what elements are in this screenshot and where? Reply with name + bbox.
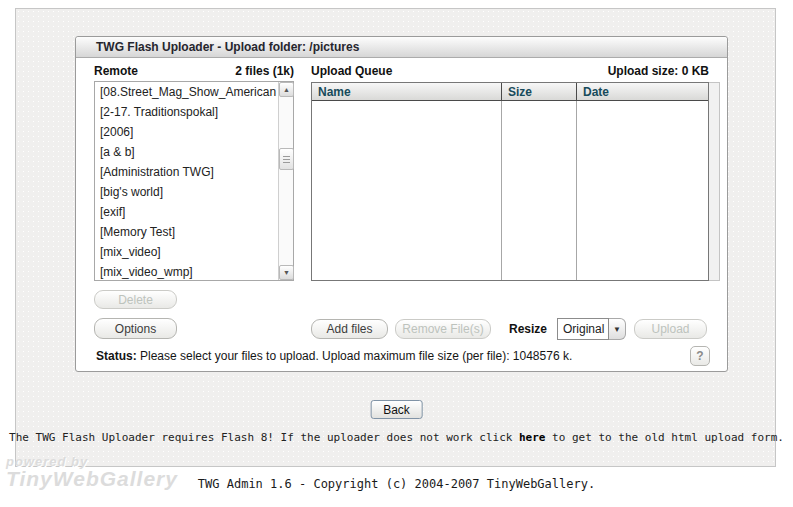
- folder-list-items: [08.Street_Mag_Show_American [2-17. Trad…: [95, 82, 278, 280]
- notice-text-before: The TWG Flash Uploader requires Flash 8!…: [9, 431, 519, 444]
- scroll-down-icon[interactable]: ▼: [279, 265, 294, 280]
- uploader-dialog: TWG Flash Uploader - Upload folder: /pic…: [75, 36, 728, 372]
- upload-button[interactable]: Upload: [634, 319, 707, 339]
- back-button[interactable]: Back: [370, 400, 423, 419]
- folder-item[interactable]: [08.Street_Mag_Show_American: [95, 82, 278, 102]
- page: TWG Flash Uploader - Upload folder: /pic…: [0, 0, 793, 507]
- queue-header-row: Upload Queue Upload size: 0 KB: [311, 64, 709, 78]
- options-button[interactable]: Options: [94, 318, 177, 339]
- resize-dropdown-value[interactable]: Original: [557, 318, 609, 340]
- old-form-link[interactable]: here: [519, 431, 546, 444]
- scrollbar-thumb[interactable]: [279, 148, 294, 170]
- chevron-down-icon[interactable]: ▼: [609, 318, 626, 340]
- remote-label: Remote: [94, 64, 138, 78]
- scrollbar-grip-icon: [283, 156, 290, 163]
- queue-table-body: [312, 101, 708, 280]
- copyright-text: TWG Admin 1.6 - Copyright (c) 2004-2007 …: [0, 477, 793, 491]
- queue-table-header: Name Size Date: [312, 83, 708, 101]
- remote-header-row: Remote 2 files (1k): [94, 64, 294, 78]
- help-button[interactable]: ?: [690, 346, 710, 366]
- folder-item[interactable]: [a & b]: [95, 142, 278, 162]
- column-divider: [576, 101, 577, 280]
- folder-item[interactable]: [big's world]: [95, 182, 278, 202]
- upload-queue-table: Name Size Date: [311, 82, 709, 281]
- folder-item[interactable]: [2-17. Traditionspokal]: [95, 102, 278, 122]
- folder-item[interactable]: [Administration TWG]: [95, 162, 278, 182]
- status-message: Please select your files to upload. Uplo…: [137, 349, 573, 363]
- folder-item[interactable]: [mix_video_wmp]: [95, 262, 278, 280]
- resize-label: Resize: [509, 322, 547, 336]
- upload-size-label: Upload size: 0 KB: [608, 64, 709, 78]
- add-files-button[interactable]: Add files: [311, 319, 388, 339]
- notice-text-after: to get to the old html upload form.: [546, 431, 784, 444]
- delete-button[interactable]: Delete: [94, 290, 177, 309]
- status-line: Status: Please select your files to uplo…: [96, 349, 676, 363]
- column-header-date[interactable]: Date: [577, 83, 708, 100]
- remote-file-count: 2 files (1k): [235, 64, 294, 78]
- remove-files-button[interactable]: Remove File(s): [395, 319, 491, 339]
- column-header-name[interactable]: Name: [312, 83, 502, 100]
- flash-notice: The TWG Flash Uploader requires Flash 8!…: [0, 431, 793, 444]
- status-label: Status:: [96, 349, 137, 363]
- column-divider: [501, 101, 502, 280]
- column-header-size[interactable]: Size: [502, 83, 577, 100]
- folder-item[interactable]: [Memory Test]: [95, 222, 278, 242]
- scroll-up-icon[interactable]: ▲: [279, 82, 294, 97]
- dialog-title: TWG Flash Uploader - Upload folder: /pic…: [76, 37, 727, 58]
- remote-folder-list: [08.Street_Mag_Show_American [2-17. Trad…: [94, 81, 294, 281]
- upload-queue-label: Upload Queue: [311, 64, 392, 78]
- folder-item[interactable]: [2006]: [95, 122, 278, 142]
- resize-dropdown[interactable]: Original ▼: [557, 318, 626, 340]
- queue-scrollbar-track: [709, 82, 720, 281]
- folder-item[interactable]: [exif]: [95, 202, 278, 222]
- folder-item[interactable]: [mix_video]: [95, 242, 278, 262]
- list-scrollbar[interactable]: ▲ ▼: [278, 82, 293, 280]
